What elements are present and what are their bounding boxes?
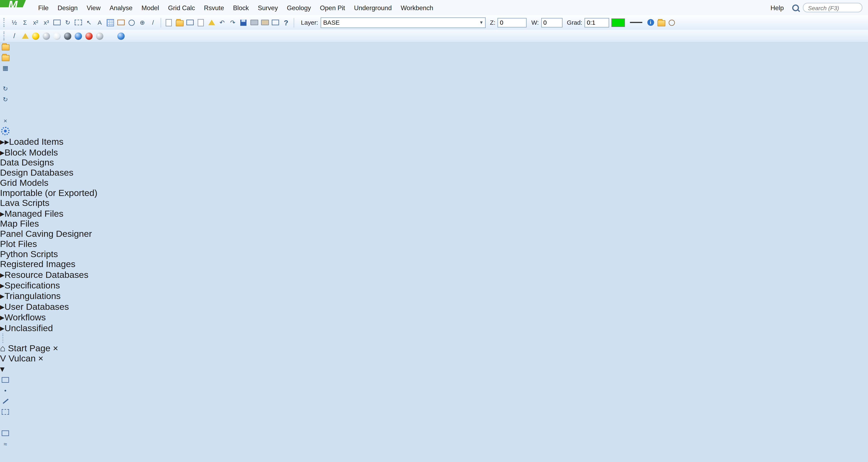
point-icon[interactable]: • — [0, 385, 10, 396]
tree-item-resource-databases[interactable]: ▸Resource Databases — [0, 269, 868, 280]
sphere-blue-icon[interactable] — [73, 31, 84, 41]
polyline-select-icon[interactable] — [0, 406, 10, 417]
tree-item-map-files[interactable]: Map Files — [0, 219, 868, 229]
menu-file[interactable]: File — [34, 4, 53, 11]
sync-icon[interactable]: ↻ — [0, 94, 10, 105]
menu-geology[interactable]: Geology — [282, 4, 315, 11]
ellipse-icon[interactable] — [0, 460, 10, 462]
tree-item-plot-files[interactable]: Plot Files — [0, 239, 868, 249]
save-icon[interactable] — [238, 17, 249, 28]
grad-input[interactable] — [585, 18, 609, 27]
fraction-icon[interactable]: ½ — [9, 17, 20, 28]
marble-brown-icon[interactable] — [105, 31, 116, 41]
superscript-icon[interactable]: x² — [30, 17, 41, 28]
label-box-icon[interactable] — [52, 17, 62, 28]
rectangle-icon[interactable] — [0, 428, 10, 438]
settings-gear-icon[interactable] — [0, 126, 10, 136]
barrel-blue2-icon[interactable] — [158, 31, 169, 41]
sphere-dark-icon[interactable] — [62, 31, 73, 41]
tree-item-registered-images[interactable]: Registered Images — [0, 259, 868, 269]
tree-item-lava-scripts[interactable]: Lava Scripts — [0, 198, 868, 208]
chevron-down-icon[interactable]: ▾ — [480, 20, 483, 25]
select-arrow-icon[interactable]: ↖ — [84, 17, 94, 28]
close-icon[interactable]: × — [38, 354, 43, 363]
clear-filter-icon[interactable]: × — [0, 115, 10, 126]
menu-survey[interactable]: Survey — [253, 4, 282, 11]
triangle-tool-icon[interactable] — [206, 17, 217, 28]
tree-item-user-databases[interactable]: ▸User Databases — [0, 301, 868, 312]
camera-icon[interactable] — [126, 17, 137, 28]
export-icon[interactable] — [195, 17, 206, 28]
w-input[interactable] — [541, 18, 562, 27]
sphere-gray-icon[interactable] — [41, 31, 52, 41]
sphere-yellow-icon[interactable] — [30, 31, 41, 41]
line-icon[interactable] — [0, 396, 10, 406]
flag-icon[interactable] — [116, 17, 126, 28]
menu-view[interactable]: View — [82, 4, 105, 11]
close-icon[interactable]: × — [53, 343, 58, 353]
view-box-icon[interactable] — [73, 17, 84, 28]
expand-arrow-icon[interactable]: ▸ — [0, 323, 5, 333]
user-icon[interactable] — [666, 17, 677, 28]
chart-icon[interactable] — [105, 17, 116, 28]
new-folder-icon[interactable] — [0, 52, 10, 63]
open-file-icon[interactable] — [174, 17, 185, 28]
barrel-blue-icon[interactable] — [148, 31, 158, 41]
menu-open-pit[interactable]: Open Pit — [315, 4, 349, 11]
menu-workbench[interactable]: Workbench — [396, 4, 438, 11]
image-tool-icon[interactable] — [0, 417, 10, 428]
toolbar-drag-handle[interactable] — [3, 18, 7, 27]
tab-vulcan[interactable]: V Vulcan × — [0, 354, 868, 364]
tree-item-design-databases[interactable]: Design Databases — [0, 168, 868, 178]
marble-gray-icon[interactable] — [94, 31, 105, 41]
expand-arrow-icon[interactable]: ▸ — [0, 147, 5, 157]
layers-icon[interactable] — [0, 374, 10, 385]
spline-icon[interactable]: ≈ — [0, 438, 10, 449]
expand-arrow-icon[interactable]: ▸ — [0, 302, 5, 311]
menu-rsvute[interactable]: Rsvute — [199, 4, 228, 11]
refresh-icon[interactable]: ↻ — [0, 84, 10, 94]
folder-icon[interactable] — [656, 17, 666, 28]
tree-item-unclassified[interactable]: ▸Unclassified — [0, 323, 868, 333]
menu-grid-calc[interactable]: Grid Calc — [163, 4, 199, 11]
arc-icon[interactable] — [0, 449, 10, 460]
menu-model[interactable]: Model — [137, 4, 163, 11]
layer-combobox[interactable]: BASE ▾ — [320, 17, 486, 28]
menu-underground[interactable]: Underground — [349, 4, 396, 11]
sum-icon[interactable]: Σ — [20, 17, 30, 28]
tree-item-block-models[interactable]: ▸Block Models — [0, 147, 868, 158]
barrel-orange-icon[interactable] — [126, 31, 137, 41]
expand-arrow-icon[interactable]: ▸ — [0, 137, 5, 146]
expand-arrow-icon[interactable]: ▸ — [0, 280, 5, 290]
redo-icon[interactable]: ↷ — [227, 17, 238, 28]
axes-icon[interactable]: ⊕ — [137, 17, 148, 28]
copy-window-icon[interactable] — [270, 17, 281, 28]
tree-item-importable[interactable]: Importable (or Exported) — [0, 188, 868, 198]
tree-item-triangulations[interactable]: ▸Triangulations — [0, 291, 868, 301]
linestyle-icon[interactable] — [630, 22, 643, 23]
tab-overflow-icon[interactable]: ▾ — [0, 364, 5, 374]
pencil-red-icon[interactable]: / — [9, 31, 20, 41]
sphere-white-icon[interactable] — [52, 31, 62, 41]
colour-swatch[interactable] — [612, 18, 625, 27]
power-icon[interactable]: x³ — [41, 17, 52, 28]
triangle-yellow-icon[interactable] — [20, 31, 30, 41]
tab-drag-handle[interactable] — [2, 333, 3, 343]
info-icon[interactable]: i — [645, 17, 656, 28]
menu-analyse[interactable]: Analyse — [105, 4, 137, 11]
tree-item-managed-files[interactable]: ▸Managed Files — [0, 208, 868, 219]
annotate-icon[interactable]: A — [94, 17, 105, 28]
print-preview-icon[interactable] — [259, 17, 270, 28]
tree-item-python-scripts[interactable]: Python Scripts — [0, 249, 868, 259]
undo-icon[interactable]: ↶ — [217, 17, 227, 28]
expand-arrow-icon[interactable]: ▸ — [0, 209, 5, 218]
expand-arrow-icon[interactable]: ▸ — [0, 312, 5, 322]
expand-arrow-icon[interactable]: ▸ — [0, 291, 5, 301]
rotate-view-icon[interactable]: ↻ — [62, 17, 73, 28]
cylinder-blue-icon[interactable] — [180, 31, 190, 41]
help-icon[interactable]: ? — [281, 17, 291, 28]
file-list-icon[interactable] — [185, 17, 195, 28]
tree-item-data-designs[interactable]: Data Designs — [0, 158, 868, 168]
z-input[interactable] — [498, 18, 527, 27]
menu-design[interactable]: Design — [53, 4, 82, 11]
